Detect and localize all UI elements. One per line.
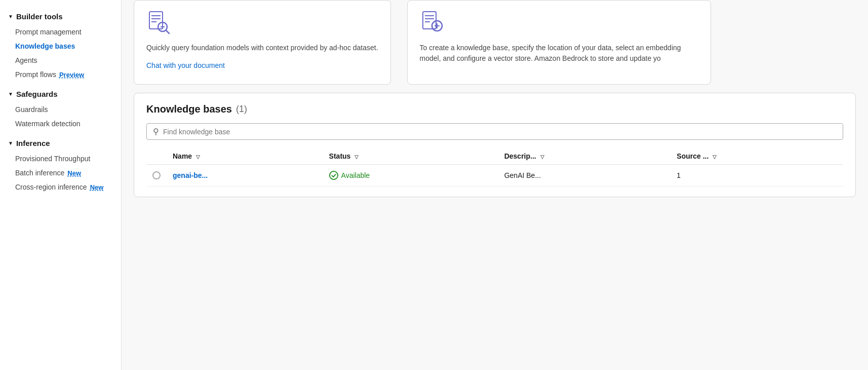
cross-region-new-badge[interactable]: New xyxy=(90,183,104,191)
sidebar-item-knowledge-bases[interactable]: Knowledge bases xyxy=(0,39,121,53)
sidebar-item-prompt-management[interactable]: Prompt management xyxy=(0,25,121,39)
sidebar-item-cross-region-inference[interactable]: Cross-region inference New xyxy=(0,180,121,194)
knowledge-bases-section: Knowledge bases (1) ⚲ Name ▽ Status ▽ xyxy=(134,93,856,197)
prompt-flows-preview-badge[interactable]: Preview xyxy=(59,71,84,79)
sidebar-item-agents[interactable]: Agents xyxy=(0,53,121,67)
svg-rect-8 xyxy=(423,12,436,29)
sidebar-item-batch-inference[interactable]: Batch inference New xyxy=(0,166,121,180)
chat-doc-description: Quickly query foundation models with con… xyxy=(146,43,378,53)
sidebar-section-safeguards-label: Safeguards xyxy=(16,90,58,98)
description-sort-icon[interactable]: ▽ xyxy=(540,154,544,160)
search-container[interactable]: ⚲ xyxy=(146,123,843,140)
col-name-header[interactable]: Name ▽ xyxy=(167,148,323,165)
sidebar-section-builder-tools-label: Builder tools xyxy=(16,12,63,21)
available-icon xyxy=(329,171,338,180)
create-kb-card: To create a knowledge base, specify the … xyxy=(407,0,711,85)
kb-header: Knowledge bases (1) xyxy=(146,103,843,115)
col-source-header[interactable]: Source ... ▽ xyxy=(670,148,843,165)
row-source-cell: 1 xyxy=(670,165,843,187)
col-status-header[interactable]: Status ▽ xyxy=(323,148,498,165)
status-available: Available xyxy=(329,171,492,180)
add-doc-icon xyxy=(420,11,698,36)
sidebar-item-guardrails[interactable]: Guardrails xyxy=(0,102,121,117)
source-sort-icon[interactable]: ▽ xyxy=(713,154,717,160)
sidebar-item-prompt-flows[interactable]: Prompt flows Preview xyxy=(0,67,121,82)
row-radio-button[interactable] xyxy=(152,171,161,179)
sidebar: ▼ Builder tools Prompt management Knowle… xyxy=(0,0,122,370)
create-kb-description: To create a knowledge base, specify the … xyxy=(420,43,698,64)
sidebar-section-safeguards[interactable]: ▼ Safeguards xyxy=(0,86,121,102)
sidebar-section-builder-tools[interactable]: ▼ Builder tools xyxy=(0,8,121,25)
chat-doc-link[interactable]: Chat with your document xyxy=(146,61,225,69)
sidebar-section-inference[interactable]: ▼ Inference xyxy=(0,135,121,152)
row-status-cell: Available xyxy=(323,165,498,187)
col-select-header xyxy=(146,148,167,165)
table-header-row: Name ▽ Status ▽ Descrip... ▽ Source ... … xyxy=(146,148,843,165)
col-description-header[interactable]: Descrip... ▽ xyxy=(498,148,671,165)
arrow-icon: ▼ xyxy=(8,14,13,19)
knowledge-bases-table: Name ▽ Status ▽ Descrip... ▽ Source ... … xyxy=(146,148,843,187)
arrow-icon-safeguards: ▼ xyxy=(8,91,13,97)
name-sort-icon[interactable]: ▽ xyxy=(196,154,200,160)
row-radio-cell[interactable] xyxy=(146,165,167,187)
batch-inference-new-badge[interactable]: New xyxy=(67,169,81,177)
svg-point-15 xyxy=(329,171,337,179)
search-doc-icon xyxy=(146,11,378,36)
chat-doc-card: Quickly query foundation models with con… xyxy=(134,0,391,85)
svg-line-5 xyxy=(166,30,170,34)
kb-title: Knowledge bases xyxy=(146,103,232,115)
cards-row: Quickly query foundation models with con… xyxy=(134,0,856,85)
status-sort-icon[interactable]: ▽ xyxy=(354,154,359,160)
search-icon: ⚲ xyxy=(153,127,159,136)
row-name-cell[interactable]: genai-be... xyxy=(167,165,323,187)
arrow-icon-inference: ▼ xyxy=(8,140,13,146)
sidebar-item-watermark-detection[interactable]: Watermark detection xyxy=(0,117,121,131)
cards-area: Quickly query foundation models with con… xyxy=(122,0,868,93)
sidebar-item-provisioned-throughput[interactable]: Provisioned Throughput xyxy=(0,152,121,166)
sidebar-section-inference-label: Inference xyxy=(16,139,50,147)
svg-rect-0 xyxy=(149,12,163,29)
search-input[interactable] xyxy=(163,128,837,136)
kb-count: (1) xyxy=(236,104,247,115)
table-row[interactable]: genai-be... Available GenAI Be... xyxy=(146,165,843,187)
row-description-cell: GenAI Be... xyxy=(498,165,671,187)
main-content: Quickly query foundation models with con… xyxy=(122,0,868,370)
